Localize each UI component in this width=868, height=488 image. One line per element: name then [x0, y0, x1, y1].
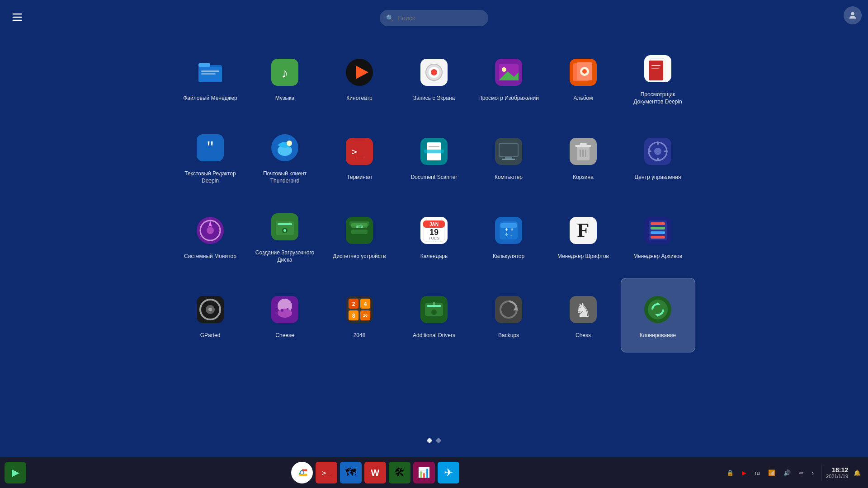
app-item-music[interactable]: ♪ Музыка — [248, 41, 322, 115]
cinema-icon — [341, 54, 377, 90]
screen-record-label: Запись с Экрана — [413, 95, 455, 102]
app-item-text-editor[interactable]: " Текстовый Редактор Deepin — [173, 120, 248, 194]
app-item-device-manager[interactable]: info Диспетчер устройств — [322, 199, 397, 273]
app-item-thunderbird[interactable]: Почтовый клиент Thunderbird — [248, 120, 322, 194]
search-bar[interactable]: 🔍 — [380, 10, 488, 26]
svg-rect-0 — [13, 14, 22, 14]
taskbar-right: 🔒 ▶ ru 📶 🔊 ✏ › 18:12 2021/1/19 🔔 — [719, 465, 863, 481]
text-editor-label: Текстовый Редактор Deepin — [179, 170, 242, 184]
thunderbird-icon — [267, 130, 303, 166]
taskbar-pen[interactable]: ✏ — [796, 468, 807, 478]
maps-icon: 🗺 — [345, 466, 356, 479]
app-item-backups[interactable]: Backups — [472, 278, 546, 352]
svg-point-64 — [207, 227, 214, 234]
taskbar-lang[interactable]: ru — [752, 468, 763, 478]
taskbar-network[interactable]: 📶 — [765, 468, 778, 478]
search-input[interactable] — [397, 14, 482, 22]
svg-rect-54 — [585, 150, 586, 157]
app-item-file-manager[interactable]: Файловый Менеджер — [173, 41, 248, 115]
taskbar-youtube[interactable]: ▶ — [739, 468, 749, 478]
svg-rect-50 — [575, 145, 591, 147]
app-item-doc-viewer[interactable]: Просмотрщик Документов Deepin — [621, 41, 695, 115]
control-center-label: Центр управления — [634, 174, 681, 181]
devtools-icon: 🛠 — [394, 466, 405, 479]
svg-rect-52 — [580, 150, 581, 157]
svg-text:": " — [207, 138, 213, 158]
taskbar-notification[interactable]: 🔔 — [851, 468, 863, 478]
app-row-3: GParted Cheese 2 4 8 16 2048 Additional … — [173, 278, 695, 352]
app-item-calendar[interactable]: JAN 19 TUES Календарь — [397, 199, 472, 273]
svg-text:>_: >_ — [351, 146, 363, 157]
gparted-icon — [192, 291, 228, 328]
page-dot-0[interactable] — [427, 438, 432, 443]
app-item-doc-scanner[interactable]: Document Scanner — [397, 120, 472, 194]
terminal-icon: >_ — [341, 133, 377, 169]
app-item-trash[interactable]: Корзина — [546, 120, 621, 194]
launcher-button[interactable] — [8, 8, 26, 26]
app-row-2: Системный Монитор Создание Загрузочного … — [173, 199, 695, 273]
terminal-label: Терминал — [347, 174, 372, 181]
app-item-2048[interactable]: 2 4 8 16 2048 — [322, 278, 397, 352]
page-dot-1[interactable] — [436, 438, 441, 443]
svg-rect-28 — [649, 61, 663, 80]
app-item-screen-record[interactable]: Запись с Экрана — [397, 41, 472, 115]
taskbar-vpn[interactable]: 🔒 — [724, 468, 736, 478]
taskbar-launcher[interactable]: ▶ — [5, 462, 26, 483]
taskbar-cpuwidget[interactable]: 📊 — [413, 462, 435, 483]
app-item-gparted[interactable]: GParted — [173, 278, 248, 352]
divider — [821, 465, 821, 481]
calculator-icon: + × ÷ - — [491, 212, 527, 249]
svg-rect-119 — [433, 302, 435, 305]
doc-viewer-label: Просмотрщик Документов Deepin — [626, 91, 689, 105]
app-item-archive-manager[interactable]: Менеджер Архивов — [621, 199, 695, 273]
app-item-cinema[interactable]: Кинотеатр — [322, 41, 397, 115]
svg-point-35 — [287, 141, 292, 146]
computer-label: Компьютер — [495, 174, 523, 181]
sys-monitor-icon — [192, 212, 228, 249]
svg-rect-7 — [201, 70, 219, 72]
app-item-additional-drivers[interactable]: Additional Drivers — [397, 278, 472, 352]
computer-icon — [491, 133, 527, 169]
app-item-cloning[interactable]: Клонирование — [621, 278, 695, 352]
app-item-computer[interactable]: Компьютер — [472, 120, 546, 194]
app-item-control-center[interactable]: Центр управления — [621, 120, 695, 194]
svg-text:-: - — [510, 232, 512, 238]
taskbar-chrome[interactable] — [291, 462, 313, 483]
cheese-label: Cheese — [275, 332, 294, 339]
device-manager-label: Диспетчер устройств — [333, 253, 386, 260]
launcher-icon: ▶ — [12, 467, 19, 479]
date-display: 2021/1/19 — [826, 474, 848, 479]
app-item-terminal[interactable]: >_ Терминал — [322, 120, 397, 194]
taskbar-wps[interactable]: W — [364, 462, 386, 483]
app-item-cheese[interactable]: Cheese — [248, 278, 322, 352]
telegram-icon: ✈ — [444, 466, 453, 479]
svg-rect-74 — [349, 221, 369, 226]
album-label: Альбом — [573, 95, 593, 102]
image-viewer-icon — [491, 54, 527, 90]
svg-text:2: 2 — [352, 301, 355, 307]
app-item-chess[interactable]: ♞ Chess — [546, 278, 621, 352]
app-item-sys-monitor[interactable]: Системный Монитор — [173, 199, 248, 273]
user-avatar[interactable] — [844, 6, 862, 24]
svg-rect-42 — [429, 150, 439, 151]
taskbar-volume[interactable]: 🔊 — [781, 468, 793, 478]
svg-rect-120 — [495, 296, 522, 323]
album-icon — [565, 54, 601, 90]
app-item-calculator[interactable]: + × ÷ - Калькулятор — [472, 199, 546, 273]
app-item-boot-disk[interactable]: Создание Загрузочного Диска — [248, 199, 322, 273]
archive-manager-icon — [640, 212, 676, 249]
taskbar-devtools[interactable]: 🛠 — [389, 462, 410, 483]
app-item-font-manager[interactable]: F Менеджер Шрифтов — [546, 199, 621, 273]
svg-rect-94 — [651, 231, 665, 234]
svg-rect-87 — [500, 223, 517, 228]
2048-icon: 2 4 8 16 — [341, 291, 377, 328]
svg-text:JAN: JAN — [429, 222, 439, 227]
boot-disk-label: Создание Загрузочного Диска — [253, 249, 316, 263]
doc-scanner-icon — [416, 133, 452, 169]
app-item-image-viewer[interactable]: Просмотр Изображений — [472, 41, 546, 115]
taskbar-terminal[interactable]: >_ — [316, 462, 337, 483]
taskbar-maps[interactable]: 🗺 — [340, 462, 362, 483]
taskbar-telegram[interactable]: ✈ — [438, 462, 459, 483]
taskbar-expand[interactable]: › — [809, 468, 816, 478]
app-item-album[interactable]: Альбом — [546, 41, 621, 115]
